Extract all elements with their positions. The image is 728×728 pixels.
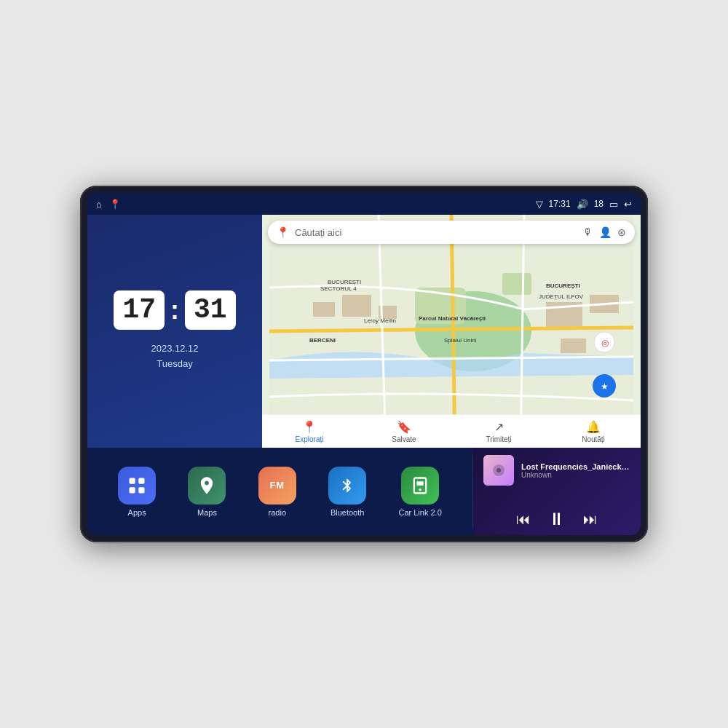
status-bar: ⌂ 📍 ▽ 17:31 🔊 18 ▭ ↩ (87, 193, 641, 215)
explore-icon: 📍 (302, 420, 317, 434)
volume-level: 18 (594, 199, 604, 209)
music-player: Lost Frequencies_Janieck Devy-... Unknow… (473, 448, 641, 535)
car-device: ⌂ 📍 ▽ 17:31 🔊 18 ▭ ↩ 17 : (80, 186, 648, 542)
maps-icon (188, 467, 226, 505)
maps-label: Maps (197, 508, 217, 517)
home-icon[interactable]: ⌂ (96, 199, 102, 210)
apps-bar: Apps Maps FM radio (87, 448, 472, 535)
device-screen: ⌂ 📍 ▽ 17:31 🔊 18 ▭ ↩ 17 : (87, 193, 641, 535)
maps-status-icon[interactable]: 📍 (109, 199, 121, 210)
carlink-icon (401, 467, 439, 505)
apps-icon (118, 467, 156, 505)
apps-label: Apps (128, 508, 146, 517)
svg-text:◎: ◎ (601, 338, 609, 348)
svg-text:Parcul Natural Văcărești: Parcul Natural Văcărești (419, 315, 486, 322)
clock-hours: 17 (114, 290, 165, 330)
map-nav-explore[interactable]: 📍 Explorați (262, 415, 357, 448)
app-item-maps[interactable]: Maps (188, 467, 226, 517)
map-nav-saved-label: Salvate (392, 435, 416, 443)
status-bar-left: ⌂ 📍 (96, 199, 121, 210)
bluetooth-icon (328, 467, 366, 505)
app-item-bluetooth[interactable]: Bluetooth (328, 467, 366, 517)
share-icon: ↗ (494, 420, 504, 434)
radio-icon: FM (258, 467, 296, 505)
music-prev-button[interactable]: ⏮ (516, 512, 531, 526)
map-search-placeholder: Căutați aici (295, 227, 577, 238)
map-bottom-nav: 📍 Explorați 🔖 Salvate ↗ Trimiteți 🔔 (262, 414, 641, 448)
music-play-pause-button[interactable]: ⏸ (548, 510, 566, 528)
svg-rect-4 (313, 302, 335, 317)
carlink-label: Car Link 2.0 (398, 508, 441, 517)
bluetooth-label: Bluetooth (331, 508, 364, 517)
svg-rect-5 (342, 295, 371, 317)
svg-rect-3 (502, 273, 531, 295)
back-icon[interactable]: ↩ (624, 199, 632, 210)
saved-icon: 🔖 (397, 420, 411, 434)
main-area: 17 : 31 2023.12.12 Tuesday 📍 Căutați aic… (87, 215, 641, 535)
music-thumbnail (483, 455, 514, 486)
map-nav-saved[interactable]: 🔖 Salvate (357, 415, 451, 448)
music-artist: Unknown (521, 471, 630, 479)
signal-icon: ▽ (536, 199, 543, 210)
clock-widget: 17 : 31 2023.12.12 Tuesday (87, 215, 262, 448)
svg-text:Leroy Merlin: Leroy Merlin (364, 317, 396, 324)
clock-date: 2023.12.12 Tuesday (151, 341, 198, 372)
svg-rect-9 (561, 339, 586, 353)
clock-display: 17 : 31 (114, 290, 235, 330)
music-controls: ⏮ ⏸ ⏭ (483, 510, 630, 528)
map-mic-icon[interactable]: 🎙 (583, 226, 593, 238)
status-time: 17:31 (549, 199, 571, 209)
music-title: Lost Frequencies_Janieck Devy-... (521, 462, 630, 471)
map-widget[interactable]: 📍 Căutați aici 🎙 👤 ⊛ (262, 215, 641, 448)
music-text: Lost Frequencies_Janieck Devy-... Unknow… (521, 462, 630, 479)
app-item-apps[interactable]: Apps (118, 467, 156, 517)
clock-colon: : (170, 297, 179, 323)
top-section: 17 : 31 2023.12.12 Tuesday 📍 Căutați aic… (87, 215, 641, 448)
map-nav-news[interactable]: 🔔 Noutăți (546, 415, 641, 448)
svg-rect-23 (130, 478, 135, 483)
app-item-radio[interactable]: FM radio (258, 467, 296, 517)
svg-point-32 (496, 468, 501, 472)
news-icon: 🔔 (586, 420, 601, 434)
map-nav-news-label: Noutăți (582, 435, 605, 443)
svg-text:SECTORUL 4: SECTORUL 4 (320, 285, 357, 292)
map-nav-share-label: Trimiteți (486, 435, 511, 443)
status-bar-right: ▽ 17:31 🔊 18 ▭ ↩ (536, 199, 632, 210)
volume-icon: 🔊 (577, 199, 588, 210)
radio-label: radio (269, 508, 286, 517)
music-info: Lost Frequencies_Janieck Devy-... Unknow… (483, 455, 630, 486)
battery-icon: ▭ (609, 199, 618, 210)
svg-text:BUCUREȘTI: BUCUREȘTI (546, 282, 580, 289)
map-nav-explore-label: Explorați (296, 435, 324, 443)
svg-rect-26 (138, 487, 144, 493)
app-item-carlink[interactable]: Car Link 2.0 (398, 467, 441, 517)
clock-minutes: 31 (185, 290, 236, 330)
svg-text:★: ★ (601, 381, 609, 392)
map-account-icon[interactable]: 👤 (599, 226, 612, 238)
bottom-section: Apps Maps FM radio (87, 448, 641, 535)
svg-text:BUCUREȘTI: BUCUREȘTI (328, 279, 361, 285)
map-layers-icon[interactable]: ⊛ (617, 226, 626, 238)
svg-text:BERCENI: BERCENI (309, 337, 336, 344)
svg-rect-25 (130, 487, 135, 493)
map-background: Parcul Natural Văcărești BUCUREȘTI JUDEȚ… (262, 215, 641, 448)
map-search-bar[interactable]: 📍 Căutați aici 🎙 👤 ⊛ (268, 221, 635, 244)
google-maps-pin-icon: 📍 (277, 226, 289, 238)
music-next-button[interactable]: ⏭ (583, 512, 598, 526)
svg-text:JUDEȚUL ILFOV: JUDEȚUL ILFOV (539, 293, 584, 300)
svg-text:Splaiul Unirii: Splaiul Unirii (444, 337, 477, 344)
svg-point-29 (419, 488, 422, 491)
svg-rect-28 (416, 481, 423, 486)
svg-rect-24 (138, 478, 144, 483)
map-nav-share[interactable]: ↗ Trimiteți (451, 415, 546, 448)
